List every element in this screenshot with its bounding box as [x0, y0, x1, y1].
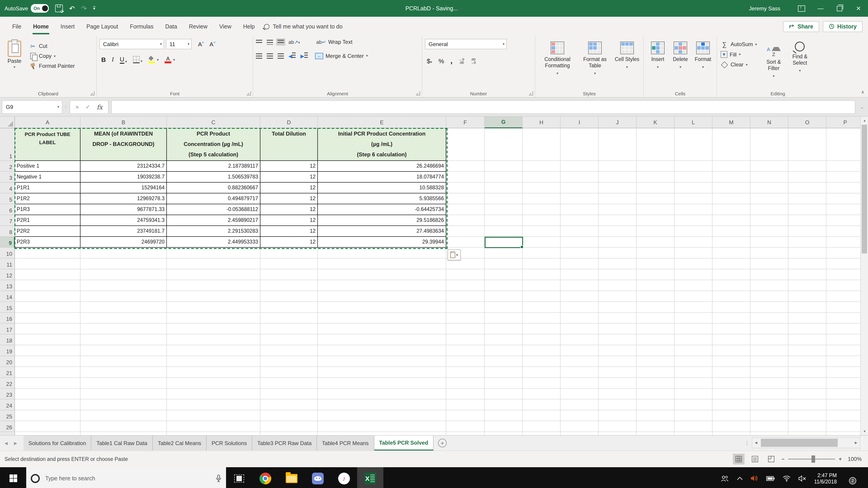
- font-color-button[interactable]: A: [164, 56, 171, 63]
- cell-B8[interactable]: 23749181.7: [81, 226, 167, 237]
- cell-C3[interactable]: 1.506539783: [167, 172, 260, 183]
- row-header-5[interactable]: 5: [0, 193, 15, 204]
- action-center-button[interactable]: 2: [844, 474, 854, 482]
- vertical-scroll-thumb[interactable]: [862, 125, 867, 254]
- new-sheet-button[interactable]: +: [438, 435, 447, 451]
- autosum-button[interactable]: ∑ AutoSum▾: [721, 41, 757, 48]
- column-header-F[interactable]: F: [446, 117, 485, 128]
- tab-page-layout[interactable]: Page Layout: [81, 17, 124, 36]
- column-header-J[interactable]: J: [598, 117, 637, 128]
- fill-color-button[interactable]: [148, 56, 155, 63]
- tab-home[interactable]: Home: [27, 17, 55, 36]
- title-dropdown-icon[interactable]: ▾: [461, 6, 463, 11]
- column-header-D[interactable]: D: [260, 117, 318, 128]
- selected-cell-G9[interactable]: [485, 237, 523, 248]
- cell-A3[interactable]: Negative 1: [15, 172, 81, 183]
- grow-font-button[interactable]: A˄: [198, 41, 204, 48]
- alignment-dialog-launcher[interactable]: [416, 91, 420, 95]
- cell-D2[interactable]: 12: [260, 161, 318, 172]
- formula-input[interactable]: [111, 100, 855, 113]
- row-header-3[interactable]: 3: [0, 172, 15, 183]
- cell-A7[interactable]: P2R1: [15, 215, 81, 226]
- row-header-9[interactable]: 9: [0, 237, 15, 248]
- cell-E6[interactable]: -0.64425734: [318, 204, 446, 215]
- percent-style-button[interactable]: %: [438, 57, 444, 65]
- minimize-button[interactable]: —: [811, 0, 830, 17]
- bold-button[interactable]: B: [101, 56, 106, 63]
- row-header-18[interactable]: 18: [0, 334, 15, 345]
- sheet-tab-solutions-for-calibration[interactable]: Solutions for Calibration: [24, 435, 92, 451]
- cell-styles-button[interactable]: Cell Styles▾: [613, 39, 641, 89]
- cell-D4[interactable]: 12: [260, 183, 318, 193]
- row-header-20[interactable]: 20: [0, 356, 15, 367]
- history-button[interactable]: History: [823, 21, 863, 32]
- cell-B2[interactable]: 23124334.7: [81, 161, 167, 172]
- normal-view-button[interactable]: [733, 454, 744, 464]
- tab-insert[interactable]: Insert: [55, 17, 81, 36]
- paste-button[interactable]: Paste ▾: [3, 39, 26, 89]
- save-icon[interactable]: [55, 4, 63, 12]
- orientation-button[interactable]: ab↗▾: [288, 39, 300, 45]
- column-header-G[interactable]: G: [485, 117, 523, 128]
- column-header-H[interactable]: H: [523, 117, 561, 128]
- page-break-view-button[interactable]: [765, 454, 777, 464]
- clipboard-dialog-launcher[interactable]: [90, 91, 94, 95]
- cell-E7[interactable]: 29.5186826: [318, 215, 446, 226]
- cell-B6[interactable]: 9677871.33: [81, 204, 167, 215]
- microphone-icon[interactable]: [216, 475, 221, 482]
- cell-D5[interactable]: 12: [260, 193, 318, 204]
- enter-button[interactable]: ✓: [86, 103, 90, 110]
- row-header-13[interactable]: 13: [0, 280, 15, 291]
- tell-me-box[interactable]: Tell me what you want to do: [264, 23, 343, 30]
- table-header-cell-C1[interactable]: PCR Product Concentration (µg /mL) (Step…: [167, 128, 260, 161]
- cell-B3[interactable]: 19039238.7: [81, 172, 167, 183]
- cell-D8[interactable]: 12: [260, 226, 318, 237]
- column-header-K[interactable]: K: [637, 117, 675, 128]
- cell-E3[interactable]: 18.0784774: [318, 172, 446, 183]
- column-header-O[interactable]: O: [788, 117, 827, 128]
- taskbar-app-excel[interactable]: X: [357, 467, 383, 488]
- sheet-tab-table2-cal-means[interactable]: Table2 Cal Means: [153, 435, 207, 451]
- cell-A9[interactable]: P2R3: [15, 237, 81, 248]
- redo-button[interactable]: ↷: [81, 5, 87, 12]
- row-header-26[interactable]: 26: [0, 421, 15, 432]
- user-name[interactable]: Jeremy Sass: [749, 5, 780, 11]
- accounting-format-button[interactable]: $▾: [427, 57, 432, 65]
- wifi-icon[interactable]: [782, 475, 790, 482]
- insert-function-button[interactable]: fx: [97, 103, 103, 110]
- row-header-27[interactable]: 27: [0, 432, 15, 435]
- taskbar-app-chrome[interactable]: [252, 467, 278, 488]
- cell-B5[interactable]: 12969278.3: [81, 193, 167, 204]
- decrease-decimal-button[interactable]: .00 →0: [470, 58, 475, 64]
- cell-E2[interactable]: 26.2486694: [318, 161, 446, 172]
- increase-decimal-button[interactable]: ←0 .00: [459, 58, 464, 64]
- cell-B4[interactable]: 15294164: [81, 183, 167, 193]
- vertical-scrollbar[interactable]: ▲▼: [860, 117, 868, 435]
- cut-button[interactable]: ✂ Cut: [29, 42, 75, 50]
- insert-cells-button[interactable]: Insert▾: [647, 39, 669, 89]
- cell-D7[interactable]: 12: [260, 215, 318, 226]
- scroll-down-arrow[interactable]: ▼: [861, 427, 868, 435]
- cell-D9[interactable]: 12: [260, 237, 318, 248]
- row-header-15[interactable]: 15: [0, 302, 15, 313]
- font-dialog-launcher[interactable]: [247, 91, 251, 95]
- sheet-tab-pcr-solutions[interactable]: PCR Solutions: [207, 435, 252, 451]
- column-header-A[interactable]: A: [15, 117, 81, 128]
- number-format-combo[interactable]: General▾: [425, 39, 507, 49]
- ribbon-display-options-button[interactable]: [792, 0, 811, 17]
- tab-formulas[interactable]: Formulas: [124, 17, 159, 36]
- collapse-ribbon-button[interactable]: ∧: [861, 90, 864, 94]
- underline-button[interactable]: U▾: [120, 56, 127, 64]
- cell-C9[interactable]: 2.449953333: [167, 237, 260, 248]
- copy-button[interactable]: Copy ▾: [29, 53, 75, 60]
- table-header-cell-A1[interactable]: PCR Product TUBE LABEL: [15, 128, 81, 161]
- row-header-16[interactable]: 16: [0, 313, 15, 324]
- cell-C8[interactable]: 2.291530283: [167, 226, 260, 237]
- start-button[interactable]: [0, 467, 26, 488]
- cell-E9[interactable]: 29.39944: [318, 237, 446, 248]
- align-left-button[interactable]: [256, 53, 262, 59]
- name-box[interactable]: G9▾: [2, 100, 62, 113]
- font-size-combo[interactable]: 11▾: [166, 39, 192, 49]
- sheet-tab-table1-cal-raw-data[interactable]: Table1 Cal Raw Data: [92, 435, 153, 451]
- select-all-corner[interactable]: [0, 117, 15, 128]
